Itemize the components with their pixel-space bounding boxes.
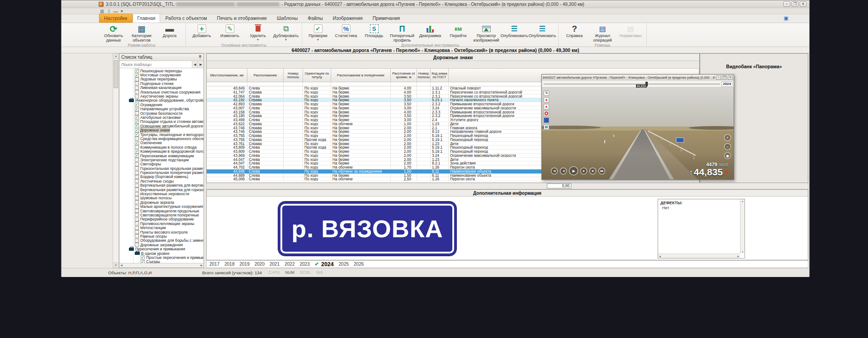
thumb-grid-icon[interactable]: ▦ — [544, 124, 549, 130]
tree-checkbox[interactable] — [135, 158, 139, 162]
tree-checkbox[interactable] — [135, 234, 139, 238]
tree-item[interactable]: Электрические подстанции — [119, 158, 204, 162]
ribbon-button-2-5[interactable]: кмПерейти — [444, 23, 472, 43]
tree-item[interactable]: Дорожные зеркала — [119, 200, 204, 204]
tab-0[interactable]: Настройки — [99, 14, 133, 23]
tree-item[interactable]: Лестничные сходы — [119, 179, 204, 183]
column-header-5[interactable]: Расстояние от кромки, м — [391, 69, 417, 82]
tree-checkbox[interactable] — [135, 94, 139, 99]
minimize-button[interactable]: ─ — [783, 1, 790, 7]
defects-vscrollbar[interactable]: ▲▼ — [740, 199, 745, 253]
maximize-button[interactable]: ❒ — [792, 1, 798, 7]
export-icon[interactable]: ⇩ — [107, 9, 110, 14]
ribbon-button-0-0[interactable]: ⟳Обновить данные — [100, 23, 128, 43]
left-scrollbar[interactable]: ▲ ▼ — [113, 53, 119, 268]
tree-checkbox[interactable] — [135, 166, 139, 170]
tree-item[interactable]: Средства информационного обеспечения — [119, 136, 204, 141]
timeline-track[interactable] — [544, 84, 720, 84]
forward-icon[interactable]: ▶ — [580, 168, 587, 174]
ribbon-button-1-2[interactable]: Удалить▼ — [244, 23, 272, 43]
tree-item[interactable]: Световозвращатели продольные — [119, 209, 204, 213]
tree-checkbox[interactable] — [135, 77, 139, 81]
tree-checkbox[interactable] — [135, 179, 139, 183]
column-header-4[interactable]: Расположение в поперечнике — [331, 69, 391, 82]
thumb-warning-sign-icon[interactable]: ▲ — [544, 104, 549, 109]
column-header-2[interactable]: Номер полосы — [284, 69, 303, 82]
scroll-up-icon[interactable]: ▲ — [113, 54, 119, 59]
tree-checkbox[interactable] — [135, 111, 139, 115]
tree-checkbox[interactable] — [135, 226, 139, 230]
tree-item[interactable]: Ливневая канализация — [119, 86, 204, 90]
tree-item[interactable]: ✓Направляющие устройства — [119, 107, 204, 111]
close-button[interactable]: ✕ — [800, 1, 806, 7]
video-close-button[interactable]: ✕ — [728, 75, 733, 80]
thumb-warning-sign-icon[interactable]: ▲ — [544, 97, 549, 103]
tree-checkbox[interactable]: ✓ — [135, 103, 139, 107]
snapshot-icon[interactable]: ◉ — [724, 152, 731, 159]
column-header-6[interactable]: Номер полосы — [417, 69, 431, 82]
ribbon-button-2-3[interactable]: ΠПоперечный профиль — [388, 23, 416, 43]
tab-5[interactable]: Файлы — [303, 14, 327, 23]
zoom-out-icon[interactable]: − — [724, 143, 731, 150]
ribbon-button-2-1[interactable]: %Статистика — [332, 23, 360, 43]
scroll-thumb[interactable] — [114, 60, 118, 88]
tree-checkbox[interactable]: ✓ — [135, 132, 139, 136]
tree-item[interactable]: ✓Озеленение — [119, 141, 204, 145]
tree-item[interactable]: Оборудование для борьбы с зимней скользк… — [119, 239, 204, 243]
tree-checkbox[interactable] — [135, 175, 139, 179]
tree-checkbox[interactable] — [135, 86, 139, 90]
tree-item[interactable]: Вертикальная разметка для горизонтальных… — [119, 188, 204, 192]
tree-checkbox[interactable]: ✓ — [141, 260, 145, 263]
tree-item[interactable]: В одном уровне — [119, 251, 204, 255]
tree-item[interactable]: Искусственные неровности — [119, 192, 204, 196]
tree-item[interactable]: ✓Простые пересечения и примыкания — [119, 255, 204, 259]
ribbon-button-1-3[interactable]: ⧉Дублировать▼ — [272, 23, 300, 43]
scroll-down-icon[interactable]: ▼ — [740, 250, 745, 253]
search-next-button[interactable]: ▶ — [198, 61, 204, 68]
tab-3[interactable]: Печать и отображение — [212, 14, 272, 23]
tree-item[interactable]: Световозвращатели поперечные — [119, 213, 204, 217]
scroll-right-icon[interactable]: ▶ — [737, 255, 739, 258]
style-icon[interactable]: ▣ — [784, 15, 788, 21]
tree-checkbox[interactable] — [135, 192, 139, 196]
tree-checkbox[interactable] — [135, 162, 139, 166]
tree-item[interactable]: ✓Коммуникации в придорожной полосе — [119, 149, 204, 153]
tree-item[interactable]: ✓Тротуары, пешеходные и велодорожки — [119, 132, 204, 136]
tree-item[interactable]: Островки безопасности — [119, 111, 204, 115]
tree-item[interactable]: Малые архитектурные сооружения — [119, 205, 204, 209]
year-2017[interactable]: 2017 — [209, 262, 219, 267]
tree-checkbox[interactable] — [135, 243, 139, 247]
tree-item[interactable]: Вертикальная разметка для вертикальных э… — [119, 183, 204, 188]
video-timeline[interactable]: 44,833 2024 — [542, 80, 734, 88]
scroll-left-icon[interactable]: ◀ — [659, 255, 661, 258]
ribbon-button-2-8[interactable]: ☰Опубликовать — [528, 23, 556, 43]
tree-checkbox[interactable] — [135, 136, 139, 141]
tree-item[interactable]: Локальные очистные сооружения — [119, 90, 204, 94]
year-2019[interactable]: 2019 — [240, 262, 250, 267]
search-input[interactable] — [119, 61, 192, 68]
tree-item[interactable]: Периферийное оборудование — [119, 217, 204, 221]
search-prev-button[interactable]: ◀ — [192, 61, 198, 68]
scroll-up-icon[interactable]: ▲ — [740, 200, 745, 202]
ribbon-button-2-7[interactable]: ☰Опубликовать — [500, 23, 528, 43]
step-back-icon[interactable]: |◀ — [551, 168, 558, 174]
tree-item[interactable]: Рамные опоры — [119, 234, 204, 238]
tree-checkbox[interactable]: ✓ — [135, 128, 139, 132]
tab-6[interactable]: Изображения — [328, 14, 368, 23]
scroll-right-icon[interactable]: ▶ — [200, 263, 203, 268]
ribbon-button-2-0[interactable]: ✔Проверки▼ — [304, 23, 332, 43]
defects-hscrollbar[interactable]: ◀▶ — [658, 253, 740, 258]
tree-checkbox[interactable]: ✓ — [135, 154, 139, 158]
tree-item[interactable]: Шумовые полосы — [119, 196, 204, 200]
tree-checkbox[interactable] — [135, 239, 139, 243]
note-icon[interactable]: ▬ — [114, 9, 118, 14]
rewind-icon[interactable]: ◀ — [560, 168, 567, 174]
tree-checkbox[interactable]: ✓ — [135, 141, 139, 145]
tree-item[interactable]: Пункты весового контроля — [119, 230, 204, 234]
tree-checkbox[interactable] — [135, 213, 139, 217]
step-forward-icon[interactable]: ▶| — [589, 168, 596, 174]
column-header-0[interactable]: Местоположение, км — [207, 69, 247, 82]
tree-checkbox[interactable] — [135, 145, 139, 149]
ribbon-button-3-2[interactable]: ▤Нормативы — [617, 23, 645, 43]
tab-1[interactable]: Главная — [133, 14, 161, 23]
